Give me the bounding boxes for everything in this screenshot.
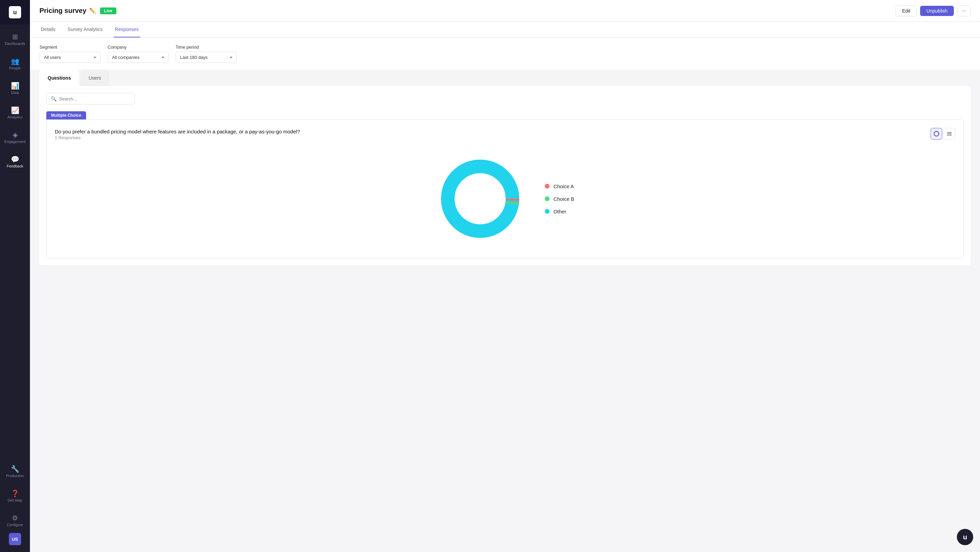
- content-panel: 🔍 Multiple Choice Do you prefer a bundle…: [40, 86, 970, 265]
- donut-chart: [436, 154, 524, 243]
- tab-responses[interactable]: Responses: [114, 22, 140, 37]
- sidebar-item-label: Dashboards: [5, 41, 25, 46]
- tab-survey-analytics[interactable]: Survey Analytics: [66, 22, 104, 37]
- header: Pricing survey ✏️ Live Edit Unpublish ··…: [30, 0, 980, 22]
- sidebar-item-production[interactable]: 🔧 Production: [0, 460, 30, 484]
- edit-button[interactable]: Edit: [896, 5, 917, 16]
- main-tabs: Details Survey Analytics Responses: [30, 22, 980, 38]
- sidebar-item-label: Feedback: [7, 164, 23, 168]
- sidebar-bottom: 🔧 Production ❓ Get Help ⚙ Configure US: [0, 460, 30, 552]
- sub-tabs: Questions Users: [30, 70, 980, 86]
- subtab-questions[interactable]: Questions: [40, 70, 79, 86]
- main-content: Pricing survey ✏️ Live Edit Unpublish ··…: [30, 0, 980, 552]
- configure-icon: ⚙: [12, 515, 18, 521]
- segment-select[interactable]: All users Admins Free users Paid users: [40, 52, 101, 63]
- legend-item-choice-b: Choice B: [545, 196, 574, 202]
- search-icon: 🔍: [51, 96, 56, 102]
- sidebar: u ⊞Dashboards👥People📊Data📈Analytics◈Enga…: [0, 0, 30, 552]
- engagement-icon: ◈: [13, 131, 18, 138]
- logo-box: u: [9, 6, 21, 18]
- donut-view-icon: [933, 131, 940, 137]
- svg-point-8: [456, 174, 504, 223]
- time-label: Time period: [176, 45, 237, 50]
- question-type-label: Multiple Choice: [46, 111, 86, 119]
- sidebar-item-label: Configure: [7, 523, 23, 527]
- sidebar-item-data[interactable]: 📊Data: [0, 76, 30, 101]
- company-select[interactable]: All companies Company A Company B: [108, 52, 169, 63]
- analytics-icon: 📈: [11, 107, 19, 114]
- sidebar-item-analytics[interactable]: 📈Analytics: [0, 101, 30, 125]
- donut-svg: [436, 154, 524, 243]
- chart-legend: Choice A Choice B Other: [545, 183, 574, 215]
- toggle-list-btn[interactable]: [943, 128, 955, 140]
- sidebar-item-dashboards[interactable]: ⊞Dashboards: [0, 27, 30, 52]
- filters-area: Segment All users Admins Free users Paid…: [30, 38, 980, 70]
- sidebar-item-engagement[interactable]: ◈Engagement: [0, 125, 30, 150]
- tab-details[interactable]: Details: [40, 22, 57, 37]
- legend-item-other: Other: [545, 208, 574, 215]
- sidebar-item-people[interactable]: 👥People: [0, 52, 30, 76]
- legend-label-other: Other: [554, 208, 566, 215]
- sidebar-item-label: Production: [6, 474, 24, 478]
- time-filter-group: Time period Last 30 days Last 90 days La…: [176, 45, 237, 63]
- content-inner: 🔍 Multiple Choice Do you prefer a bundle…: [30, 86, 980, 275]
- sidebar-logo: u: [0, 0, 30, 24]
- watermark: u: [957, 529, 973, 545]
- people-icon: 👥: [11, 58, 19, 65]
- live-badge: Live: [100, 8, 116, 14]
- search-input[interactable]: [59, 96, 130, 102]
- chart-area: Choice A Choice B Other: [55, 148, 955, 250]
- question-card: Do you prefer a bundled pricing model wh…: [46, 119, 964, 258]
- sidebar-item-label: Data: [11, 91, 19, 95]
- question-type-badge: Multiple Choice: [46, 111, 964, 119]
- sidebar-item-label: Get Help: [8, 498, 22, 502]
- legend-dot-choice-b: [545, 196, 550, 201]
- svg-rect-4: [947, 135, 952, 135]
- svg-point-1: [935, 133, 938, 135]
- segment-label: Segment: [40, 45, 101, 50]
- unpublish-button[interactable]: Unpublish: [920, 6, 953, 16]
- sidebar-item-label: People: [9, 66, 21, 70]
- list-view-icon: [946, 131, 953, 137]
- segment-filter-group: Segment All users Admins Free users Paid…: [40, 45, 101, 63]
- production-icon: 🔧: [11, 466, 19, 472]
- page-title: Pricing survey: [40, 7, 86, 14]
- subtab-users[interactable]: Users: [80, 70, 109, 86]
- sidebar-item-label: Analytics: [8, 115, 22, 119]
- content-area: Questions Users 🔍 Multiple Choice: [30, 70, 980, 552]
- toggle-donut-btn[interactable]: [931, 128, 942, 140]
- user-avatar[interactable]: US: [9, 533, 21, 545]
- legend-label-choice-a: Choice A: [554, 183, 574, 189]
- get-help-icon: ❓: [11, 490, 19, 497]
- view-toggle: [931, 128, 955, 140]
- svg-rect-2: [947, 132, 952, 133]
- legend-label-choice-b: Choice B: [554, 196, 574, 202]
- feedback-icon: 💬: [11, 156, 19, 163]
- svg-rect-3: [947, 134, 952, 134]
- sidebar-item-get-help[interactable]: ❓ Get Help: [0, 484, 30, 508]
- legend-dot-choice-a: [545, 184, 550, 189]
- sidebar-item-feedback[interactable]: 💬Feedback: [0, 150, 30, 174]
- responses-count: 1 Responses: [55, 135, 300, 140]
- legend-item-choice-a: Choice A: [545, 183, 574, 189]
- watermark-logo: u: [963, 533, 967, 541]
- sidebar-item-configure[interactable]: ⚙ Configure: [0, 508, 30, 533]
- time-select[interactable]: Last 30 days Last 90 days Last 180 days …: [176, 52, 237, 63]
- edit-icon[interactable]: ✏️: [89, 8, 96, 14]
- question-header: Do you prefer a bundled pricing model wh…: [55, 128, 955, 146]
- header-actions: Edit Unpublish ···: [896, 5, 970, 16]
- more-button[interactable]: ···: [957, 5, 970, 16]
- legend-dot-other: [545, 209, 550, 214]
- sidebar-nav: ⊞Dashboards👥People📊Data📈Analytics◈Engage…: [0, 24, 30, 460]
- question-text: Do you prefer a bundled pricing model wh…: [55, 128, 300, 135]
- dashboards-icon: ⊞: [12, 33, 18, 40]
- data-icon: 📊: [11, 82, 19, 89]
- company-filter-group: Company All companies Company A Company …: [108, 45, 169, 63]
- search-bar: 🔍: [46, 93, 135, 105]
- company-label: Company: [108, 45, 169, 50]
- sidebar-item-label: Engagement: [5, 140, 25, 144]
